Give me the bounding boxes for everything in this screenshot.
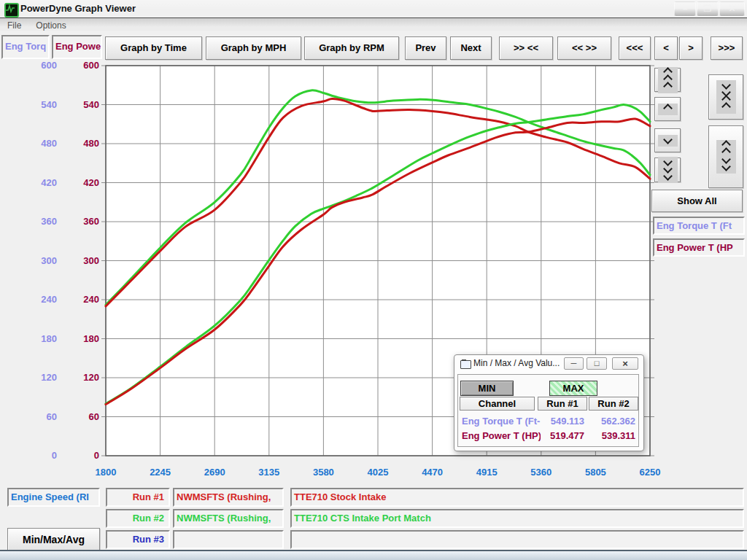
min-max-avg-button[interactable]: Min/Max/Avg <box>7 528 100 552</box>
rpm-tick-6250: 6250 <box>628 467 672 478</box>
toolbar-button-next[interactable]: Next <box>450 36 492 60</box>
run-file-3[interactable] <box>173 530 284 549</box>
torque-tick-240: 240 <box>20 294 57 306</box>
scroll-up-icon <box>658 104 678 115</box>
rpm-tick-3580: 3580 <box>301 467 345 478</box>
minmax-row-run2-1: 562.362 <box>592 414 635 428</box>
toolbar-button-[interactable]: > <box>679 36 703 60</box>
minmax-header-run-1[interactable]: Run #1 <box>538 397 587 411</box>
chevron-up <box>663 82 673 91</box>
chevron-up <box>663 104 673 113</box>
scroll-up-fast-button[interactable] <box>654 68 681 92</box>
channel-box-torque[interactable]: Eng Torque T (Ft <box>653 217 745 235</box>
rpm-tick-4915: 4915 <box>465 467 508 478</box>
minmax-header-channel[interactable]: Channel <box>460 397 535 411</box>
torque-tick-540: 540 <box>20 99 57 111</box>
run-label-3[interactable]: Run #3 <box>106 530 170 549</box>
power-tick-180: 180 <box>63 333 99 345</box>
power-tick-600: 600 <box>63 60 99 71</box>
power-tick-240: 240 <box>63 294 99 306</box>
torque-tick-120: 120 <box>20 372 57 384</box>
toolbar-button-[interactable]: >>> <box>711 36 743 60</box>
toolbar-button-graph-by-time[interactable]: Graph by Time <box>105 36 202 60</box>
minmax-row-channel-1: Eng Torque T (Ft- <box>462 414 541 428</box>
show-all-button[interactable]: Show All <box>651 190 743 212</box>
minimize-icon[interactable]: – <box>674 1 696 17</box>
chevron-down <box>721 162 731 171</box>
power-tick-120: 120 <box>63 372 99 384</box>
toolbar-button-[interactable]: < <box>654 36 678 60</box>
rpm-tick-3135: 3135 <box>247 467 291 478</box>
scroll-down-fast-button[interactable] <box>654 158 681 182</box>
power-tick-420: 420 <box>63 177 99 189</box>
app-icon <box>4 3 19 18</box>
max-button[interactable]: MAX <box>549 381 597 396</box>
torque-tick-480: 480 <box>20 138 57 149</box>
scroll-down-fast-icon <box>658 157 678 183</box>
min-button[interactable]: MIN <box>460 381 514 396</box>
minmax-window[interactable]: Min / Max / Avg Valu... ─ □ × MIN MAX Ch… <box>454 354 644 451</box>
minmax-row-run1-1: 549.113 <box>541 414 584 428</box>
compress-vertical-icon <box>716 80 736 114</box>
minmax-maximize-icon[interactable]: □ <box>587 357 607 370</box>
minmax-close-icon[interactable]: × <box>612 357 638 370</box>
power-tick-60: 60 <box>63 411 99 423</box>
title-bar[interactable]: PowerDyne Graph Viewer – ❐ ✕ <box>0 0 747 18</box>
rpm-tick-4470: 4470 <box>411 467 454 478</box>
run-label-1[interactable]: Run #1 <box>106 488 170 507</box>
minmax-header-run-2[interactable]: Run #2 <box>589 397 638 411</box>
minmax-row-run1-2: 519.477 <box>541 429 584 443</box>
torque-tick-180: 180 <box>20 333 57 345</box>
compress-vertical-button[interactable] <box>708 74 743 120</box>
torque-axis-header-box[interactable]: Eng Torq <box>1 35 50 59</box>
channel-box-power[interactable]: Eng Power T (HP <box>653 238 745 257</box>
expand-vertical-button[interactable] <box>708 125 743 188</box>
power-tick-540: 540 <box>63 99 99 111</box>
power-axis-header-box[interactable]: Eng Powe <box>52 35 102 59</box>
power-tick-360: 360 <box>63 216 99 228</box>
rpm-tick-4025: 4025 <box>356 467 400 478</box>
power-tick-300: 300 <box>63 255 99 267</box>
run-description-3[interactable] <box>290 530 744 549</box>
run-description-1[interactable]: TTE710 Stock Intake <box>290 488 744 507</box>
torque-tick-420: 420 <box>20 177 57 189</box>
minmax-window-icon <box>460 360 471 369</box>
minmax-row-run2-2: 539.311 <box>592 429 635 443</box>
menu-bar: FileOptions <box>0 18 747 31</box>
run-file-2[interactable]: NWMSFTS (Rushing, <box>173 509 284 528</box>
rpm-tick-5805: 5805 <box>573 467 617 478</box>
scroll-up-button[interactable] <box>654 97 681 121</box>
x-channel-box[interactable]: Engine Speed (RI <box>7 488 100 507</box>
scroll-up-fast-icon <box>658 67 678 93</box>
run-description-2[interactable]: TTE710 CTS Intake Port Match <box>290 509 744 528</box>
minmax-window-title: Min / Max / Avg Valu... <box>473 358 560 368</box>
maximize-icon[interactable]: ❐ <box>697 1 719 17</box>
rpm-tick-2245: 2245 <box>139 467 182 478</box>
chevron-down <box>663 171 673 181</box>
run-file-1[interactable]: NWMSFTS (Rushing, <box>173 488 284 507</box>
rpm-tick-2690: 2690 <box>193 467 236 478</box>
rpm-tick-5360: 5360 <box>519 467 563 478</box>
rpm-tick-1800: 1800 <box>84 467 128 478</box>
toolbar-button-[interactable]: << >> <box>557 36 611 60</box>
scroll-down-button[interactable] <box>654 128 681 152</box>
toolbar-button-[interactable]: >> << <box>499 36 553 60</box>
toolbar-button-graph-by-mph[interactable]: Graph by MPH <box>206 36 301 60</box>
power-tick-480: 480 <box>63 138 99 149</box>
toolbar-button-[interactable]: <<< <box>619 36 651 60</box>
expand-vertical-icon <box>716 140 736 174</box>
run-label-2[interactable]: Run #2 <box>106 509 170 528</box>
window-title: PowerDyne Graph Viewer <box>20 3 136 14</box>
torque-tick-60: 60 <box>20 411 57 423</box>
minmax-row-channel-2: Eng Power T (HP) <box>462 429 541 443</box>
window-bottom-frame <box>0 550 747 560</box>
menu-item-options[interactable]: Options <box>28 20 73 31</box>
menu-item-file[interactable]: File <box>0 20 28 31</box>
minmax-minimize-icon[interactable]: ─ <box>564 357 584 370</box>
scroll-down-icon <box>658 135 678 147</box>
torque-tick-600: 600 <box>20 60 57 71</box>
toolbar-button-graph-by-rpm[interactable]: Graph by RPM <box>304 36 399 60</box>
torque-tick-300: 300 <box>20 255 57 267</box>
close-icon[interactable]: ✕ <box>719 1 745 17</box>
toolbar-button-prev[interactable]: Prev <box>405 36 446 60</box>
